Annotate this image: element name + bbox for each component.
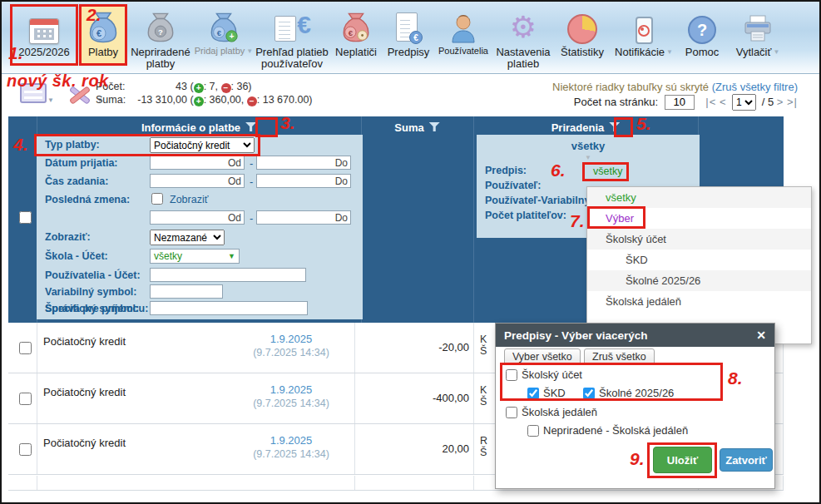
toolbar-neplatici-button[interactable]: € Neplatiči [330, 4, 382, 66]
select-all-checkbox[interactable] [19, 211, 32, 224]
plus-icon: + [194, 83, 204, 93]
filter-funnel-icon[interactable] [245, 122, 256, 132]
payment-type: Počiatočný kredit [43, 437, 126, 449]
cas-do-input[interactable] [256, 174, 351, 188]
pocet-platitelov-label: Počet platiteľov: [485, 210, 566, 221]
page-select[interactable]: 1 [732, 94, 756, 111]
annotation-7: 7. [570, 211, 585, 231]
payment-assignment: KŠ [480, 384, 487, 408]
payment-type: Počiatočný kredit [43, 386, 126, 398]
child-skolne[interactable]: Školné 2025/26 [583, 387, 674, 399]
first-page-button[interactable]: |< [705, 96, 716, 108]
posledna-zmena-label: Posledná zmena: [45, 194, 130, 205]
sprava-input[interactable] [150, 301, 308, 315]
menu-item-skolne[interactable]: Školné 2025/26 [587, 270, 811, 291]
printer-icon [741, 14, 774, 44]
child-nepriradene-jedalen[interactable]: Nepriradené - Školská jedáleň [527, 424, 688, 437]
chevron-down-icon: ▼ [773, 48, 779, 56]
last-page-button[interactable]: >| [787, 96, 798, 108]
annotation-6: 6. [551, 161, 566, 180]
zobrazit-select[interactable]: Nezmazané [150, 230, 225, 245]
zobrazit-check-label: Zobraziť [170, 194, 208, 205]
prev-page-button[interactable]: < [720, 96, 727, 108]
user-icon [448, 12, 478, 44]
menu-item-skd[interactable]: ŠKD [587, 250, 811, 270]
zmena-od-input[interactable] [150, 210, 245, 225]
column-header-suma[interactable]: Suma [361, 119, 473, 136]
predpisy-label: Predpisy [388, 47, 430, 58]
skolsky-ucet-checkbox[interactable] [506, 369, 517, 381]
column-header-priradenia[interactable]: Priradenia [473, 119, 698, 136]
toolbar-statistiky-button[interactable]: Štatistiky [555, 4, 610, 66]
calendar-icon [29, 18, 59, 44]
zmena-do-input[interactable] [256, 210, 351, 225]
menu-item-vsetky[interactable]: všetky [587, 187, 811, 208]
group-skolsky-ucet[interactable]: Školský účet [506, 368, 582, 381]
toolbar-nastavenia-button[interactable]: ⚙ Nastavenia platieb [492, 4, 554, 69]
svg-text:€: € [96, 28, 101, 38]
clear-filters-link[interactable]: (Zruš všetky filtre) [712, 81, 798, 93]
datum-od-input[interactable] [150, 156, 245, 170]
count-plus: 7 [210, 81, 215, 92]
pouzivatelia-ucet-input[interactable] [150, 268, 306, 282]
toolbar-notifikacie-button[interactable]: Notifikácie▼ [611, 4, 677, 66]
toolbar-prehlad-button[interactable]: € Prehľad platieb používateľov [255, 4, 329, 69]
posledna-zmena-checkbox[interactable] [151, 193, 163, 205]
chevron-down-icon: ▼ [666, 48, 673, 56]
column-header-info[interactable]: Informácie o platbe [37, 119, 361, 136]
predpis-dropdown-menu: všetky Výber Školský účet ŠKD Školné 202… [586, 186, 812, 344]
predpis-label: Predpis: [485, 165, 527, 176]
annotation-5: 5. [636, 114, 651, 134]
close-button[interactable]: Zatvoriť [720, 448, 773, 472]
cas-od-input[interactable] [150, 174, 245, 188]
hidden-rows-note: Niektoré riadky tabuľky sú skryté [552, 81, 709, 93]
skd-checkbox[interactable] [527, 388, 539, 399]
menu-item-skolsky-ucet[interactable]: Školský účet [587, 229, 811, 250]
per-page-input[interactable] [665, 95, 695, 110]
toolbar-nepriradene-button[interactable]: ? Nepriradené platby [128, 4, 193, 69]
modal-header: Predpisy - Výber viacerých ✕ [496, 324, 774, 347]
row-checkbox[interactable] [19, 342, 32, 354]
child-skd[interactable]: ŠKD [527, 387, 566, 399]
payment-amount: -20,00 [363, 341, 469, 353]
info-filter-panel: Typ platby: Počiatočný kredit Dátum prij… [37, 135, 363, 319]
filter-funnel-icon[interactable] [429, 122, 440, 132]
phone-icon [636, 17, 653, 44]
skola-ucet-select[interactable]: všetky ▼ [150, 249, 240, 264]
skolne-checkbox[interactable] [583, 388, 595, 399]
platby-label: Platby [88, 47, 118, 58]
menu-item-vyber[interactable]: Výber [587, 208, 811, 229]
row-checkbox[interactable] [19, 393, 32, 405]
plus-icon: + [194, 96, 204, 106]
payments-page: 2025/2026 € Platby ? [0, 0, 821, 504]
close-icon[interactable]: ✕ [756, 329, 766, 342]
toolbar-pridaj-platby-button[interactable]: € + Pridaj platby▼ [194, 4, 254, 66]
menu-item-skolska-jedalen[interactable]: Školská jedáleň [587, 291, 811, 312]
save-button[interactable]: Uložiť [653, 447, 712, 473]
priradenia-top-value[interactable]: všetky [477, 140, 700, 152]
sum-minus: 13 670.00 [263, 94, 309, 106]
datum-do-input[interactable] [256, 156, 351, 170]
svg-text:€: € [217, 28, 222, 37]
school-year-label: 2025/2026 [18, 47, 69, 58]
minus-icon: − [221, 83, 231, 93]
select-all-button[interactable]: Vyber všetko [504, 348, 581, 365]
typ-platby-select[interactable]: Počiatočný kredit [150, 137, 255, 153]
row-checkbox[interactable] [19, 443, 32, 456]
chevron-down-icon: ▼ [477, 154, 700, 161]
skola-ucet-label: Škola - Účet: [45, 250, 108, 262]
skolska-jedalen-checkbox[interactable] [506, 407, 517, 418]
toolbar-predpisy-button[interactable]: € Predpisy [383, 4, 434, 66]
nepriradene-jedalen-checkbox[interactable] [527, 425, 539, 437]
toolbar-pomoc-button[interactable]: ? Pomoc [678, 4, 726, 66]
count-minus: 36 [236, 81, 248, 92]
filter-funnel-icon[interactable] [609, 122, 620, 132]
toolbar-vytlacit-button[interactable]: Vytlačiť▼ [727, 4, 789, 66]
toolbar-pouzivatelia-button[interactable]: Používatelia [435, 4, 492, 66]
next-page-button[interactable]: > [777, 96, 784, 108]
group-skolska-jedalen[interactable]: Školská jedáleň [506, 406, 597, 418]
chevron-down-icon[interactable]: ▼ [47, 96, 54, 104]
variabilny-symbol-input[interactable] [150, 284, 223, 299]
predpis-value-link[interactable]: všetky [593, 166, 622, 177]
deselect-all-button[interactable]: Zruš všetko [584, 348, 655, 365]
